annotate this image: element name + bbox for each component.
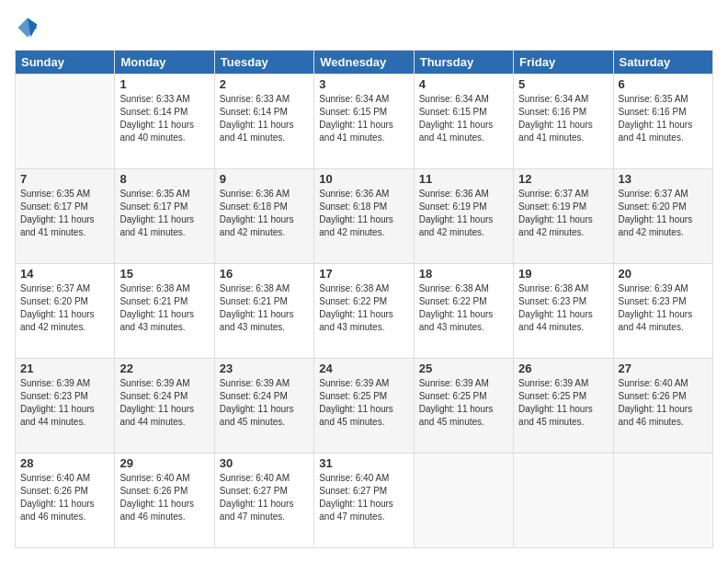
calendar-cell: 31Sunrise: 6:40 AM Sunset: 6:27 PM Dayli… (314, 454, 414, 548)
calendar-cell: 13Sunrise: 6:37 AM Sunset: 6:20 PM Dayli… (613, 169, 712, 264)
cell-info: Sunrise: 6:38 AM Sunset: 6:21 PM Dayligh… (220, 282, 309, 334)
page: SundayMondayTuesdayWednesdayThursdayFrid… (0, 0, 728, 563)
cell-info: Sunrise: 6:39 AM Sunset: 6:23 PM Dayligh… (20, 377, 109, 429)
week-row-3: 14Sunrise: 6:37 AM Sunset: 6:20 PM Dayli… (16, 264, 713, 359)
day-number: 23 (220, 362, 309, 375)
day-number: 13 (619, 172, 708, 186)
week-row-5: 28Sunrise: 6:40 AM Sunset: 6:26 PM Dayli… (16, 454, 713, 548)
cell-info: Sunrise: 6:40 AM Sunset: 6:26 PM Dayligh… (20, 472, 109, 523)
cell-info: Sunrise: 6:38 AM Sunset: 6:22 PM Dayligh… (419, 282, 508, 334)
calendar-cell: 9Sunrise: 6:36 AM Sunset: 6:18 PM Daylig… (214, 169, 313, 264)
cell-info: Sunrise: 6:36 AM Sunset: 6:18 PM Dayligh… (319, 188, 408, 239)
day-number: 20 (619, 267, 708, 281)
calendar-cell: 8Sunrise: 6:35 AM Sunset: 6:17 PM Daylig… (115, 169, 214, 264)
calendar-cell (414, 454, 513, 548)
cell-info: Sunrise: 6:34 AM Sunset: 6:16 PM Dayligh… (518, 93, 608, 144)
weekday-sunday: Sunday (16, 51, 115, 75)
weekday-thursday: Thursday (414, 51, 513, 75)
calendar-cell: 29Sunrise: 6:40 AM Sunset: 6:26 PM Dayli… (115, 454, 214, 548)
cell-info: Sunrise: 6:35 AM Sunset: 6:16 PM Dayligh… (619, 93, 708, 144)
day-number: 15 (119, 267, 209, 281)
calendar-cell (613, 454, 712, 548)
calendar-cell: 10Sunrise: 6:36 AM Sunset: 6:18 PM Dayli… (314, 169, 414, 264)
cell-info: Sunrise: 6:40 AM Sunset: 6:27 PM Dayligh… (319, 472, 408, 523)
cell-info: Sunrise: 6:34 AM Sunset: 6:15 PM Dayligh… (419, 93, 508, 144)
cell-info: Sunrise: 6:37 AM Sunset: 6:20 PM Dayligh… (20, 282, 109, 334)
calendar-cell: 16Sunrise: 6:38 AM Sunset: 6:21 PM Dayli… (214, 264, 313, 359)
calendar-cell (514, 454, 613, 548)
calendar-cell: 24Sunrise: 6:39 AM Sunset: 6:25 PM Dayli… (314, 359, 414, 454)
day-number: 11 (419, 172, 508, 186)
calendar-cell: 12Sunrise: 6:37 AM Sunset: 6:19 PM Dayli… (514, 169, 613, 264)
cell-info: Sunrise: 6:33 AM Sunset: 6:14 PM Dayligh… (220, 93, 309, 144)
day-number: 29 (119, 456, 209, 470)
logo-icon (15, 15, 40, 40)
day-number: 9 (220, 172, 309, 186)
cell-info: Sunrise: 6:36 AM Sunset: 6:18 PM Dayligh… (220, 188, 309, 239)
calendar-cell: 7Sunrise: 6:35 AM Sunset: 6:17 PM Daylig… (16, 169, 115, 264)
calendar-cell: 11Sunrise: 6:36 AM Sunset: 6:19 PM Dayli… (414, 169, 513, 264)
cell-info: Sunrise: 6:34 AM Sunset: 6:15 PM Dayligh… (319, 93, 408, 144)
day-number: 24 (319, 362, 408, 375)
weekday-monday: Monday (115, 51, 214, 75)
day-number: 31 (319, 456, 408, 470)
weekday-saturday: Saturday (613, 51, 712, 75)
day-number: 17 (319, 267, 408, 281)
cell-info: Sunrise: 6:39 AM Sunset: 6:23 PM Dayligh… (619, 282, 708, 334)
day-number: 30 (220, 456, 309, 470)
day-number: 1 (119, 77, 209, 91)
calendar-cell: 23Sunrise: 6:39 AM Sunset: 6:24 PM Dayli… (214, 359, 313, 454)
day-number: 25 (419, 362, 508, 375)
calendar-cell: 21Sunrise: 6:39 AM Sunset: 6:23 PM Dayli… (16, 359, 115, 454)
day-number: 28 (20, 456, 109, 470)
day-number: 21 (20, 362, 109, 375)
day-number: 5 (518, 77, 608, 91)
calendar-cell: 17Sunrise: 6:38 AM Sunset: 6:22 PM Dayli… (314, 264, 414, 359)
week-row-2: 7Sunrise: 6:35 AM Sunset: 6:17 PM Daylig… (16, 169, 713, 264)
weekday-tuesday: Tuesday (214, 51, 313, 75)
header (15, 15, 713, 40)
cell-info: Sunrise: 6:37 AM Sunset: 6:20 PM Dayligh… (619, 188, 708, 239)
calendar-cell: 4Sunrise: 6:34 AM Sunset: 6:15 PM Daylig… (414, 75, 513, 169)
day-number: 10 (319, 172, 408, 186)
day-number: 27 (619, 362, 708, 375)
cell-info: Sunrise: 6:35 AM Sunset: 6:17 PM Dayligh… (20, 188, 109, 239)
calendar-cell: 2Sunrise: 6:33 AM Sunset: 6:14 PM Daylig… (214, 75, 313, 169)
day-number: 16 (220, 267, 309, 281)
weekday-friday: Friday (514, 51, 613, 75)
cell-info: Sunrise: 6:40 AM Sunset: 6:26 PM Dayligh… (119, 472, 209, 523)
calendar-cell: 30Sunrise: 6:40 AM Sunset: 6:27 PM Dayli… (214, 454, 313, 548)
day-number: 12 (518, 172, 608, 186)
week-row-4: 21Sunrise: 6:39 AM Sunset: 6:23 PM Dayli… (16, 359, 713, 454)
day-number: 7 (20, 172, 109, 186)
calendar-cell: 6Sunrise: 6:35 AM Sunset: 6:16 PM Daylig… (613, 75, 712, 169)
day-number: 3 (319, 77, 408, 91)
cell-info: Sunrise: 6:33 AM Sunset: 6:14 PM Dayligh… (119, 93, 209, 144)
calendar-cell: 26Sunrise: 6:39 AM Sunset: 6:25 PM Dayli… (514, 359, 613, 454)
calendar-cell: 1Sunrise: 6:33 AM Sunset: 6:14 PM Daylig… (115, 75, 214, 169)
cell-info: Sunrise: 6:39 AM Sunset: 6:25 PM Dayligh… (319, 377, 408, 429)
calendar-cell: 14Sunrise: 6:37 AM Sunset: 6:20 PM Dayli… (16, 264, 115, 359)
cell-info: Sunrise: 6:38 AM Sunset: 6:21 PM Dayligh… (119, 282, 209, 334)
day-number: 2 (220, 77, 309, 91)
day-number: 19 (518, 267, 608, 281)
cell-info: Sunrise: 6:35 AM Sunset: 6:17 PM Dayligh… (119, 188, 209, 239)
cell-info: Sunrise: 6:38 AM Sunset: 6:22 PM Dayligh… (319, 282, 408, 334)
day-number: 18 (419, 267, 508, 281)
logo (15, 15, 44, 40)
day-number: 8 (119, 172, 209, 186)
week-row-1: 1Sunrise: 6:33 AM Sunset: 6:14 PM Daylig… (16, 75, 713, 169)
calendar-cell: 20Sunrise: 6:39 AM Sunset: 6:23 PM Dayli… (613, 264, 712, 359)
calendar-table: SundayMondayTuesdayWednesdayThursdayFrid… (15, 50, 713, 548)
day-number: 6 (619, 77, 708, 91)
cell-info: Sunrise: 6:36 AM Sunset: 6:19 PM Dayligh… (419, 188, 508, 239)
cell-info: Sunrise: 6:40 AM Sunset: 6:27 PM Dayligh… (220, 472, 309, 523)
calendar-cell: 22Sunrise: 6:39 AM Sunset: 6:24 PM Dayli… (115, 359, 214, 454)
calendar-cell: 28Sunrise: 6:40 AM Sunset: 6:26 PM Dayli… (16, 454, 115, 548)
calendar-cell: 3Sunrise: 6:34 AM Sunset: 6:15 PM Daylig… (314, 75, 414, 169)
day-number: 14 (20, 267, 109, 281)
day-number: 22 (119, 362, 209, 375)
cell-info: Sunrise: 6:39 AM Sunset: 6:24 PM Dayligh… (119, 377, 209, 429)
calendar-cell: 15Sunrise: 6:38 AM Sunset: 6:21 PM Dayli… (115, 264, 214, 359)
calendar-cell: 5Sunrise: 6:34 AM Sunset: 6:16 PM Daylig… (514, 75, 613, 169)
